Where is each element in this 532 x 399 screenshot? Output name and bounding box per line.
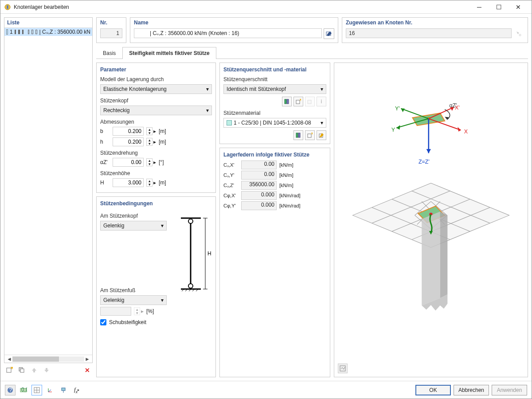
- preview-settings-button[interactable]: [338, 364, 348, 373]
- svg-line-79: [48, 390, 51, 392]
- window-title: Knotenlager bearbeiten: [14, 4, 69, 10]
- svg-marker-35: [458, 127, 461, 131]
- H-input[interactable]: [113, 178, 144, 187]
- preview-3d[interactable]: X X' Y Y' Z=Z' αZ': [334, 63, 528, 377]
- view-axes-button[interactable]: [45, 385, 55, 395]
- spring-val: 0.00: [241, 171, 277, 180]
- info-button[interactable]: i: [317, 97, 326, 106]
- rot-sym: αZ': [100, 159, 110, 165]
- top-cond-combo[interactable]: Gelenkig▾: [100, 221, 167, 231]
- b-input[interactable]: [113, 127, 144, 136]
- svg-rect-28: [298, 133, 300, 137]
- delete-item-button[interactable]: ✕: [82, 365, 93, 376]
- nr-field: 1: [100, 28, 122, 38]
- close-button[interactable]: ✕: [509, 1, 528, 13]
- svg-text:✶: ✶: [299, 99, 301, 103]
- move-down-button[interactable]: [41, 365, 52, 376]
- move-up-button[interactable]: [29, 365, 39, 376]
- svg-point-9: [188, 219, 193, 223]
- column-diagram-icon: H: [176, 209, 212, 298]
- top-cond-label: Am Stützenkopf: [100, 213, 172, 219]
- new-mat-button[interactable]: ✶: [305, 130, 315, 140]
- svg-marker-41: [401, 109, 405, 112]
- units-button[interactable]: 0,00: [18, 385, 29, 395]
- svg-text:Z=Z': Z=Z': [419, 159, 430, 165]
- cs-combo[interactable]: Identisch mit Stützenkopf▾: [223, 84, 326, 94]
- dof-icon: [31, 30, 33, 34]
- bot-cond-combo[interactable]: Gelenkig▾: [100, 295, 167, 305]
- svg-text:X: X: [464, 129, 468, 135]
- svg-text:H: H: [207, 250, 211, 257]
- view-mesh-button[interactable]: [31, 385, 42, 395]
- step-icon[interactable]: ▸: [153, 139, 156, 145]
- ok-button[interactable]: OK: [415, 385, 451, 395]
- svg-text:✶: ✶: [10, 367, 13, 371]
- step-icon[interactable]: ▸: [153, 128, 156, 134]
- chevron-down-icon: ▾: [161, 223, 164, 229]
- height-label: Stützenhöhe: [100, 170, 212, 176]
- list-item[interactable]: 1 | Cᵤ,Z : 356000.00 kN: [4, 28, 92, 36]
- svg-rect-5: [20, 369, 24, 372]
- library-button[interactable]: [282, 97, 292, 106]
- parameter-title: Parameter: [100, 66, 212, 73]
- model-label: Modell der Lagerung durch: [100, 76, 212, 82]
- chevron-down-icon: ▾: [206, 107, 209, 113]
- head-combo[interactable]: Rechteckig▾: [100, 106, 212, 115]
- model-combo[interactable]: Elastische Knotenlagerung▾: [100, 84, 212, 94]
- tab-basis[interactable]: Basis: [96, 47, 122, 59]
- spin-down-icon[interactable]: ▾: [147, 131, 152, 135]
- h-label: h: [100, 139, 110, 145]
- formula-button[interactable]: fx▸: [71, 385, 82, 395]
- name-text: | Cᵤ,Z : 356000.00 kN/m (Knoten : 16): [150, 30, 239, 36]
- titlebar: Knotenlager bearbeiten ─ ☐ ✕: [0, 0, 532, 14]
- list-hscroll[interactable]: ◄ ►: [4, 355, 92, 363]
- new-item-button[interactable]: ✶: [4, 365, 15, 376]
- rot-label: Stützendrehung: [100, 150, 212, 156]
- nr-label: Nr.: [100, 20, 122, 26]
- svg-text:?: ?: [9, 387, 12, 393]
- new-cs-button[interactable]: ✶: [293, 97, 303, 106]
- step-icon[interactable]: ▸: [153, 159, 156, 165]
- view-support-button[interactable]: [58, 385, 69, 395]
- spring-val: 0.000: [241, 201, 277, 210]
- rot-input[interactable]: [113, 158, 144, 167]
- tab-stiffness[interactable]: Steifigkeit mittels fiktiver Stütze: [122, 47, 216, 59]
- cancel-button[interactable]: Abbrechen: [454, 385, 489, 395]
- maximize-button[interactable]: ☐: [489, 1, 509, 13]
- pick-node-button[interactable]: [513, 28, 524, 39]
- edit-name-button[interactable]: [324, 28, 334, 39]
- dof-icon: [28, 30, 30, 34]
- pct-input: [100, 307, 131, 316]
- svg-marker-67: [440, 211, 448, 298]
- scroll-right-icon[interactable]: ►: [84, 356, 90, 362]
- edit-mat-button[interactable]: [317, 130, 326, 140]
- h-unit: [m]: [159, 139, 166, 145]
- H-label: H: [100, 180, 110, 186]
- mat-combo[interactable]: 1 - C25/30 | DIN 1045-1:2008-08 ▾: [223, 118, 326, 128]
- material-color-icon: [227, 120, 232, 125]
- spin-down-icon[interactable]: ▾: [147, 183, 152, 186]
- list-header: Liste: [4, 18, 92, 28]
- conditions-title: Stützenbedingungen: [100, 200, 212, 207]
- spin-down-icon[interactable]: ▾: [147, 142, 152, 145]
- svg-rect-27: [296, 133, 298, 137]
- shear-checkbox[interactable]: [100, 319, 106, 325]
- svg-text:0,00: 0,00: [21, 387, 27, 393]
- help-button[interactable]: ?: [5, 385, 16, 395]
- h-input[interactable]: [113, 137, 144, 146]
- chevron-down-icon: ▾: [321, 86, 323, 92]
- copy-item-button[interactable]: [16, 365, 27, 376]
- minimize-button[interactable]: ─: [469, 1, 489, 13]
- name-field[interactable]: | Cᵤ,Z : 356000.00 kN/m (Knoten : 16): [134, 28, 322, 38]
- svg-rect-22: [285, 99, 286, 104]
- mat-library-button[interactable]: [293, 130, 303, 140]
- springs-title: Lagerfedern infolge fiktiver Stütze: [223, 152, 326, 158]
- step-icon[interactable]: ▸: [153, 180, 156, 186]
- assigned-field[interactable]: 16: [346, 28, 512, 38]
- spin-down-icon[interactable]: ▾: [147, 162, 152, 166]
- name-label: Name: [134, 20, 334, 26]
- scroll-left-icon[interactable]: ◄: [6, 356, 12, 362]
- dof-icon: [18, 30, 20, 34]
- svg-text:✶: ✶: [310, 133, 313, 137]
- svg-text:αZ': αZ': [450, 102, 457, 109]
